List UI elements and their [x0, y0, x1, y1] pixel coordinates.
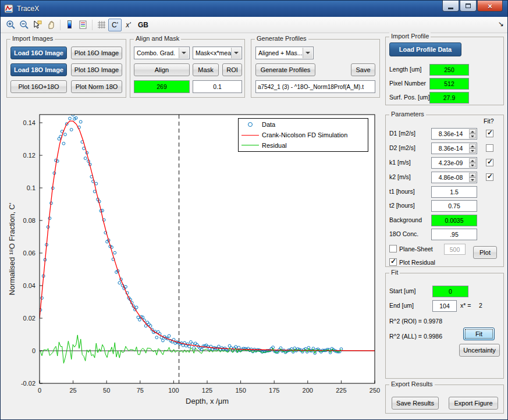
- t1-field[interactable]: 1.5: [431, 186, 477, 198]
- plot-16o-18o-button[interactable]: Plot 16O+18O: [10, 80, 67, 93]
- svg-text:0.1: 0.1: [27, 184, 35, 191]
- surface-position-field[interactable]: 27.9: [429, 92, 469, 104]
- chevron-down-icon[interactable]: [303, 48, 312, 58]
- 18o-conc-field[interactable]: .95: [431, 229, 477, 240]
- maximize-button[interactable]: [460, 1, 477, 12]
- uncertainty-button[interactable]: Uncertainty: [459, 344, 500, 357]
- align-value-field[interactable]: 269: [134, 80, 190, 93]
- k1-spinner[interactable]: [469, 158, 476, 168]
- legend-entry-data: Data: [239, 120, 368, 130]
- spinner-up-icon[interactable]: [469, 144, 476, 148]
- cprime-toggle[interactable]: C': [108, 19, 122, 31]
- background-field[interactable]: 0.0035: [431, 215, 477, 226]
- d1-field[interactable]: 8.36e-14: [431, 128, 477, 140]
- k1-fit-checkbox[interactable]: [486, 159, 493, 166]
- spinner-up-icon[interactable]: [469, 129, 476, 134]
- plot-18o-image-button[interactable]: Plot 18O Image: [71, 63, 122, 76]
- chart-legend: Data Crank-Nicolson FD Simulation Residu…: [238, 118, 368, 152]
- pixel-number-field[interactable]: 512: [429, 78, 469, 90]
- fit-title: Fit: [389, 269, 400, 276]
- insert-legend-button[interactable]: [76, 19, 90, 31]
- plot-16o-image-button[interactable]: Plot 16O Image: [71, 47, 122, 59]
- xprime-button[interactable]: x': [122, 19, 135, 31]
- plane-sheet-field[interactable]: 500: [444, 244, 466, 255]
- svg-text:175: 175: [269, 387, 279, 394]
- profile-source-value: Aligned + Mas...: [258, 49, 303, 56]
- svg-text:200: 200: [303, 387, 313, 394]
- mask-button[interactable]: Mask: [193, 63, 219, 76]
- data-cursor-button[interactable]: [31, 19, 44, 31]
- generate-profiles-button[interactable]: Generate Profiles: [255, 63, 315, 76]
- svg-text:125: 125: [202, 387, 212, 394]
- zoom-in-button[interactable]: [4, 19, 17, 31]
- spinner-down-icon[interactable]: [469, 163, 476, 168]
- gb-button[interactable]: GB: [135, 19, 151, 31]
- plot-residual-checkbox[interactable]: [389, 258, 397, 266]
- chevron-down-icon[interactable]: [179, 48, 189, 58]
- spinner-down-icon[interactable]: [469, 177, 476, 182]
- k2-field[interactable]: 4.86e-08: [431, 172, 477, 183]
- d2-field[interactable]: 8.36e-14: [431, 143, 477, 154]
- minimize-button[interactable]: [442, 1, 459, 12]
- export-figure-button[interactable]: Export Figure: [449, 397, 498, 410]
- t2-field[interactable]: 0.75: [431, 200, 477, 212]
- plot-norm-18o-button[interactable]: Plot Norm 18O: [71, 80, 122, 93]
- load-16o-image-button[interactable]: Load 16O Image: [10, 47, 67, 59]
- align-button[interactable]: Align: [134, 63, 190, 76]
- pan-button[interactable]: [44, 19, 58, 31]
- t1-label: t1 [hours]: [389, 188, 415, 195]
- plane-sheet-checkbox[interactable]: [389, 245, 397, 252]
- d1-label: D1 [m2/s]: [389, 130, 415, 137]
- fit-panel: Fit Start [um] 0 End [um] 104 x* = 2 R^2…: [385, 273, 504, 379]
- grid-button[interactable]: [95, 19, 108, 31]
- title-bar[interactable]: TraceX ×: [1, 1, 507, 17]
- save-results-button[interactable]: Save Results: [392, 397, 439, 410]
- zoom-out-button[interactable]: [17, 19, 31, 31]
- start-field[interactable]: 0: [432, 286, 468, 297]
- spinner-down-icon[interactable]: [469, 148, 476, 153]
- k2-spinner[interactable]: [469, 173, 476, 182]
- k1-field[interactable]: 4.23e-09: [431, 157, 477, 169]
- profile-source-dropdown[interactable]: Aligned + Mas...: [255, 47, 314, 59]
- load-18o-image-button[interactable]: Load 18O Image: [10, 63, 67, 76]
- r2-roi-label: R^2 (ROI) = 0.9978: [389, 318, 442, 325]
- spinner-up-icon[interactable]: [469, 173, 476, 177]
- align-method-dropdown[interactable]: Combo. Grad.: [134, 47, 190, 59]
- chevron-down-icon[interactable]: [231, 48, 241, 58]
- d1-spinner[interactable]: [469, 129, 476, 138]
- spinner-down-icon[interactable]: [469, 134, 476, 138]
- svg-text:0.06: 0.06: [23, 250, 35, 257]
- zoom-out-icon: [19, 20, 29, 30]
- load-profile-data-button[interactable]: Load Profile Data: [389, 42, 461, 56]
- pan-hand-icon: [46, 20, 56, 30]
- plot-button[interactable]: Plot: [473, 246, 497, 259]
- d2-spinner[interactable]: [469, 144, 476, 153]
- save-profile-button[interactable]: Save: [351, 63, 375, 76]
- import-images-title: Import Images: [10, 35, 55, 42]
- end-field[interactable]: 104: [432, 300, 457, 312]
- length-field[interactable]: 250: [429, 64, 469, 76]
- toolbar-separator: [60, 20, 61, 30]
- svg-text:250: 250: [370, 387, 380, 394]
- d2-fit-checkbox[interactable]: [486, 144, 493, 152]
- generate-profiles-title: Generate Profiles: [255, 35, 308, 42]
- xprime-label: x': [126, 21, 130, 29]
- cprime-label: C': [112, 21, 118, 29]
- roi-button[interactable]: ROI: [222, 63, 242, 76]
- generate-profiles-panel: Generate Profiles Aligned + Mas... Gener…: [251, 39, 380, 98]
- mask-threshold-field[interactable]: 0.1: [193, 80, 242, 93]
- pixel-number-label: Pixel Number: [389, 80, 426, 87]
- d1-fit-checkbox[interactable]: [486, 130, 493, 137]
- k2-fit-checkbox[interactable]: [486, 173, 493, 181]
- align-mask-title: Align and Mask: [134, 35, 181, 42]
- fit-button[interactable]: Fit: [463, 328, 495, 340]
- k2-label: k2 [m/s]: [389, 173, 411, 180]
- mask-method-dropdown[interactable]: Mask<x*mean: [193, 47, 242, 59]
- profile-filename-field[interactable]: a7542_1 (3) - ^18O-_Norm18Prof(A_M).t: [255, 80, 375, 93]
- spinner-up-icon[interactable]: [469, 158, 476, 163]
- export-results-title: Export Results: [389, 380, 435, 387]
- toolbar-overflow-icon[interactable]: ↘: [498, 20, 504, 28]
- colorbar-button[interactable]: [63, 19, 76, 31]
- profile-chart-svg[interactable]: 0255075100125150175200225250-0.0200.020.…: [5, 108, 383, 413]
- close-button[interactable]: ×: [477, 1, 503, 12]
